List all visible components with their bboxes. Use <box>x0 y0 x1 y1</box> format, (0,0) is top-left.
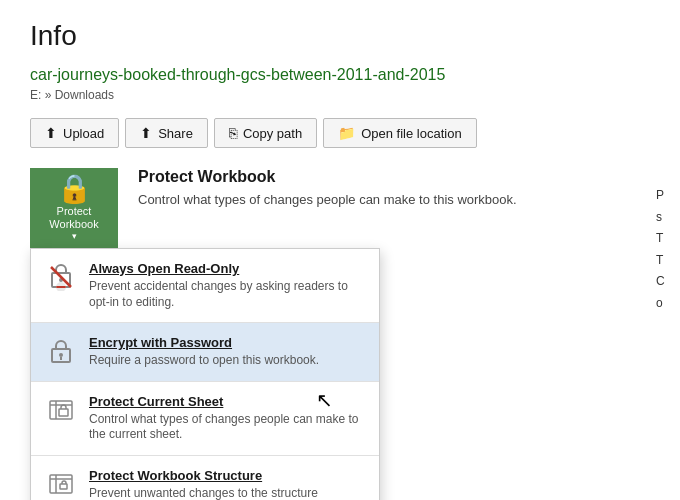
menu-item-read-only-text: Always Open Read-Only Prevent accidental… <box>89 261 365 310</box>
encrypt-icon <box>45 335 77 367</box>
menu-item-protect-structure[interactable]: Protect Workbook Structure Prevent unwan… <box>31 456 379 500</box>
svg-point-6 <box>59 353 63 357</box>
content-area: Info car-journeys-booked-through-gcs-bet… <box>0 0 680 268</box>
menu-item-protect-sheet-text: Protect Current Sheet Control what types… <box>89 394 365 443</box>
upload-label: Upload <box>63 126 104 141</box>
protect-sheet-desc: Control what types of changes people can… <box>89 412 365 443</box>
read-only-desc: Prevent accidental changes by asking rea… <box>89 279 365 310</box>
protect-dropdown-menu: Always Open Read-Only Prevent accidental… <box>30 248 380 500</box>
protect-description: Control what types of changes people can… <box>138 192 517 207</box>
copy-path-button[interactable]: ⎘ Copy path <box>214 118 317 148</box>
svg-rect-15 <box>60 484 67 489</box>
protect-structure-desc: Prevent unwanted changes to the structur… <box>89 486 365 500</box>
open-file-label: Open file location <box>361 126 461 141</box>
menu-item-protect-sheet[interactable]: Protect Current Sheet Control what types… <box>31 382 379 455</box>
upload-icon: ⬆ <box>45 125 57 141</box>
page-container: Info car-journeys-booked-through-gcs-bet… <box>0 0 680 500</box>
read-only-title: Always Open Read-Only <box>89 261 365 276</box>
share-button[interactable]: ⬆ Share <box>125 118 208 148</box>
encrypt-desc: Require a password to open this workbook… <box>89 353 365 369</box>
read-only-icon <box>45 261 77 293</box>
menu-item-encrypt[interactable]: Encrypt with Password Require a password… <box>31 323 379 381</box>
copy-icon: ⎘ <box>229 125 237 141</box>
protect-sheet-icon <box>45 394 77 426</box>
protect-info: Protect Workbook Control what types of c… <box>138 168 517 207</box>
dropdown-arrow-icon: ▾ <box>72 231 77 241</box>
protect-section: 🔒 ProtectWorkbook ▾ Protect Workbook Con… <box>30 168 650 248</box>
share-label: Share <box>158 126 193 141</box>
breadcrumb: E: » Downloads <box>30 88 650 102</box>
folder-icon: 📁 <box>338 125 355 141</box>
protect-sheet-title: Protect Current Sheet <box>89 394 365 409</box>
protect-structure-icon <box>45 468 77 500</box>
toolbar: ⬆ Upload ⬆ Share ⎘ Copy path 📁 Open file… <box>30 118 650 148</box>
copy-path-label: Copy path <box>243 126 302 141</box>
right-partial-text: P s T T C o <box>656 185 678 315</box>
lock-icon: 🔒 <box>57 175 92 203</box>
menu-item-protect-structure-text: Protect Workbook Structure Prevent unwan… <box>89 468 365 500</box>
menu-item-encrypt-text: Encrypt with Password Require a password… <box>89 335 365 369</box>
page-title: Info <box>30 20 650 52</box>
encrypt-title: Encrypt with Password <box>89 335 365 350</box>
protect-workbook-button[interactable]: 🔒 ProtectWorkbook ▾ <box>30 168 118 248</box>
menu-item-read-only[interactable]: Always Open Read-Only Prevent accidental… <box>31 249 379 322</box>
file-title: car-journeys-booked-through-gcs-between-… <box>30 66 650 84</box>
open-file-location-button[interactable]: 📁 Open file location <box>323 118 476 148</box>
svg-rect-11 <box>59 409 68 416</box>
upload-button[interactable]: ⬆ Upload <box>30 118 119 148</box>
protect-title: Protect Workbook <box>138 168 517 186</box>
share-icon: ⬆ <box>140 125 152 141</box>
protect-button-label: ProtectWorkbook <box>49 205 98 231</box>
protect-structure-title: Protect Workbook Structure <box>89 468 365 483</box>
